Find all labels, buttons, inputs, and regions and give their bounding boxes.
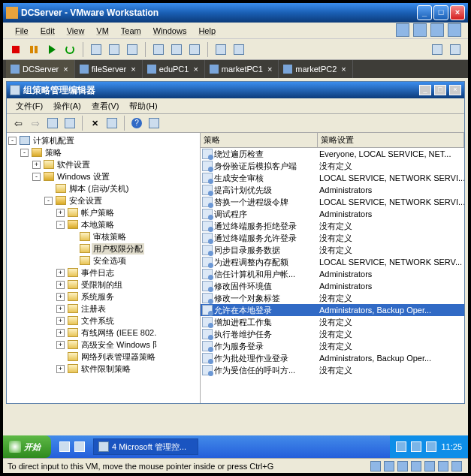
delete-button[interactable]: ✕ [86,115,103,131]
policy-row[interactable]: 同步目录服务数据没有定义 [201,244,464,256]
gpo-restore-button[interactable]: □ [434,85,446,95]
tree-wired[interactable]: 有线网络 (IEEE 802. [80,327,158,339]
tree-services[interactable]: 系统服务 [80,291,116,303]
col-setting[interactable]: 策略设置 [318,133,464,147]
vm-tab[interactable]: fileServer× [75,60,143,78]
tray-icon[interactable] [426,441,436,452]
menu-vm[interactable]: VM [90,25,115,37]
policy-row[interactable]: 提高计划优先级Administrators [201,184,464,196]
status-icon[interactable] [451,461,462,471]
reset-button[interactable] [62,41,78,58]
tree-security[interactable]: 安全设置 [68,195,104,206]
toolbar-right-button[interactable] [447,41,463,58]
policy-row[interactable]: 信任计算机和用户帐...Administrators [201,268,464,280]
forward-button[interactable]: ⇨ [27,115,44,131]
gpo-menu-file[interactable]: 文件(F) [11,99,47,113]
policy-row[interactable]: 为进程调整内存配额LOCAL SERVICE, NETWORK SERV... [201,256,464,268]
tree-account-policies[interactable]: 帐户策略 [80,207,116,218]
tree-security-options[interactable]: 安全选项 [92,255,128,267]
menu-edit[interactable]: Edit [35,25,61,37]
tree-software[interactable]: 软件设置 [56,159,92,170]
vm-tab[interactable]: marketPC1× [205,60,279,78]
policy-row[interactable]: 执行卷维护任务没有定义 [201,328,464,340]
unity-button[interactable] [231,41,247,58]
policy-row[interactable]: 增加进程工作集没有定义 [201,316,464,328]
start-button[interactable]: 开始 [3,435,51,458]
tree-softrest[interactable]: 软件限制策略 [80,363,132,375]
tree-registry[interactable]: 注册表 [80,303,107,315]
menubar-icon[interactable] [396,23,409,37]
status-icon[interactable] [424,461,435,471]
maximize-button[interactable]: □ [433,5,448,20]
taskbar-task[interactable]: 4 Microsoft 管理控... [93,438,198,455]
tab-close-icon[interactable]: × [340,65,347,74]
tab-close-icon[interactable]: × [129,65,137,74]
policy-row[interactable]: 修改固件环境值Administrators [201,280,464,292]
list-button[interactable] [146,115,162,131]
gpo-close-button[interactable]: × [449,85,461,95]
policy-row[interactable]: 生成安全审核LOCAL SERVICE, NETWORK SERVI... [201,172,464,184]
tree-windows-settings[interactable]: Windows 设置 [56,171,111,182]
policy-row[interactable]: 允许在本地登录Administrators, Backup Oper... [201,304,464,316]
tree-audit[interactable]: 审核策略 [92,231,128,243]
vm-tab[interactable]: marketPC2× [279,60,352,78]
vm-tab[interactable]: DCServer× [6,60,75,78]
thumbnail-button[interactable] [168,41,185,58]
fullscreen-button[interactable] [213,41,229,58]
policy-row[interactable]: 作为服务登录没有定义 [201,340,464,352]
show-button[interactable] [150,41,167,58]
status-icon[interactable] [397,461,408,471]
poweroff-button[interactable] [8,41,24,58]
menubar-icon[interactable] [413,23,427,37]
gpo-menu-view[interactable]: 查看(V) [87,99,124,113]
tree-root[interactable]: 计算机配置 [32,135,76,146]
properties-button[interactable] [104,115,120,131]
revert-button[interactable] [106,41,122,58]
snapshot-button[interactable] [88,41,104,58]
menu-windows[interactable]: Windows [147,25,193,37]
menu-view[interactable]: View [61,25,91,37]
tree-network-list[interactable]: 网络列表管理器策略 [80,351,157,363]
tree-policy[interactable]: 策略 [44,147,63,158]
policy-row[interactable]: 调试程序Administrators [201,208,464,220]
tab-close-icon[interactable]: × [192,65,199,74]
menubar-icon[interactable] [448,23,461,37]
status-icon[interactable] [384,461,394,471]
poweron-button[interactable] [44,41,60,58]
policy-row[interactable]: 通过终端服务拒绝登录没有定义 [201,220,464,232]
tray-icon[interactable] [411,441,421,452]
show-hide-button[interactable] [62,115,78,131]
up-button[interactable] [44,115,61,131]
menu-help[interactable]: Help [192,25,222,37]
gpo-minimize-button[interactable]: _ [419,85,431,95]
help-button[interactable]: ? [128,115,145,131]
minimize-button[interactable]: _ [417,5,432,20]
suspend-button[interactable] [26,41,42,58]
col-policy[interactable]: 策略 [201,133,318,147]
status-icon[interactable] [438,461,448,471]
tree-restricted-groups[interactable]: 受限制的组 [80,279,124,291]
policy-row[interactable]: 绕过遍历检查Everyone, LOCAL SERVICE, NET... [201,148,464,160]
tree-scripts[interactable]: 脚本 (启动/关机) [68,183,130,194]
policy-row[interactable]: 通过终端服务允许登录没有定义 [201,232,464,244]
tab-close-icon[interactable]: × [266,65,273,74]
close-button[interactable]: × [450,5,465,20]
quicklaunch-icon[interactable] [74,441,85,452]
policy-row[interactable]: 作为批处理作业登录Administrators, Backup Oper... [201,352,464,364]
tree-eventlog[interactable]: 事件日志 [80,267,116,279]
toolbar-right-button[interactable] [429,41,445,58]
menu-team[interactable]: Team [115,25,147,37]
tray-icon[interactable] [396,441,406,452]
manage-button[interactable] [124,41,140,58]
quicklaunch-icon[interactable] [59,441,70,452]
tree-user-rights[interactable]: 用户权限分配 [92,243,144,255]
policy-row[interactable]: 修改一个对象标签没有定义 [201,292,464,304]
menu-file[interactable]: File [9,25,35,37]
status-icon[interactable] [411,461,421,471]
policy-row[interactable]: 身份验证后模拟客户端没有定义 [201,160,464,172]
gpo-menu-help[interactable]: 帮助(H) [125,99,162,113]
policy-row[interactable]: 作为受信任的呼叫方...没有定义 [201,364,464,376]
back-button[interactable]: ⇦ [10,115,26,131]
summary-button[interactable] [186,41,203,58]
tree-advanced-security[interactable]: 高级安全 Windows 阝 [80,339,162,351]
